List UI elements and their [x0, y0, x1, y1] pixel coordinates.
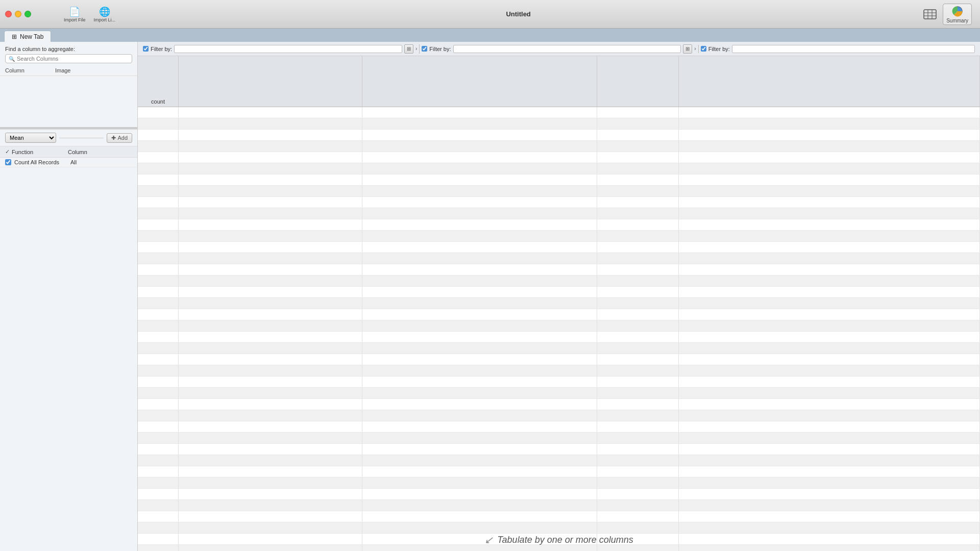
- search-box: 🔍: [5, 54, 132, 63]
- table-cell: [362, 186, 597, 196]
- toolbar-left: 📄 Import File 🌐 Import Li...: [31, 5, 117, 23]
- table-row: [138, 264, 980, 276]
- table-cell: [179, 163, 362, 174]
- table-row: [138, 433, 980, 444]
- table-cell: [597, 421, 679, 432]
- filter-1-arrow[interactable]: ›: [415, 46, 417, 52]
- table-cell: [597, 478, 679, 488]
- table-cell: [179, 354, 362, 365]
- table-cell: [679, 332, 980, 342]
- table-cell: [179, 365, 362, 376]
- filter-section-3: Filter by:: [698, 45, 977, 53]
- tab-new[interactable]: ⊞ New Tab: [4, 31, 51, 42]
- add-aggregate-button[interactable]: ✚ Add: [107, 133, 132, 143]
- table-cell: [362, 489, 597, 499]
- toolbar-right: Summary: [919, 4, 980, 25]
- table-cell: [679, 343, 980, 354]
- table-cell: [138, 410, 179, 421]
- table-cell: [597, 320, 679, 331]
- table-cell: [597, 141, 679, 152]
- table-row: [138, 186, 980, 197]
- add-label: Add: [117, 135, 128, 141]
- filter-1-label: Filter by:: [151, 46, 172, 52]
- summary-button[interactable]: Summary: [943, 4, 972, 25]
- search-columns-input[interactable]: [17, 56, 129, 62]
- import-file-button[interactable]: 📄 Import File: [62, 5, 88, 23]
- filter-1-checkbox[interactable]: [143, 46, 149, 52]
- table-row: [138, 365, 980, 377]
- table-cell: [138, 388, 179, 398]
- table-row: [138, 388, 980, 399]
- table-cell: [362, 354, 597, 365]
- table-cell: [179, 421, 362, 432]
- table-cell: [362, 242, 597, 253]
- table-cell: [138, 141, 179, 152]
- filter-1-btn[interactable]: ⊞: [404, 44, 413, 54]
- maximize-button[interactable]: [24, 11, 31, 17]
- table-cell: [362, 388, 597, 398]
- table-cell: [138, 332, 179, 342]
- table-cell: [597, 399, 679, 410]
- table-area: count: [138, 56, 980, 551]
- mean-select[interactable]: Mean Sum Min Max Count StdDev: [5, 133, 56, 143]
- table-view-icon: [922, 8, 938, 20]
- table-cell: [362, 107, 597, 118]
- filter-1-input[interactable]: [174, 45, 402, 53]
- find-column-section: Find a column to aggregate: 🔍: [0, 42, 137, 65]
- table-cell: [138, 287, 179, 297]
- table-cell: [138, 264, 179, 275]
- table-cell: [679, 186, 980, 196]
- titlebar-center: Untitled: [117, 10, 919, 18]
- filter-2-arrow[interactable]: ›: [694, 46, 696, 52]
- table-cell: [179, 298, 362, 309]
- table-cell: [679, 309, 980, 320]
- table-cell: [179, 231, 362, 241]
- table-cell: [179, 399, 362, 410]
- table-cell: [679, 118, 980, 129]
- bottom-hint: ↙ Tabulate by one or more columns: [138, 534, 980, 546]
- table-rows: [138, 107, 980, 551]
- table-row: [138, 489, 980, 500]
- table-cell: [597, 455, 679, 466]
- table-cell: [597, 388, 679, 398]
- table-cell: [679, 276, 980, 286]
- table-cell: [362, 444, 597, 455]
- table-cell: [679, 264, 980, 275]
- table-cell: [597, 466, 679, 477]
- count-all-column-label: All: [70, 159, 77, 165]
- import-link-button[interactable]: 🌐 Import Li...: [92, 5, 118, 23]
- count-all-checkbox[interactable]: [5, 159, 11, 165]
- filter-2-checkbox[interactable]: [422, 46, 427, 52]
- table-cell: [138, 478, 179, 488]
- table-cell: [179, 186, 362, 196]
- import-file-label: Import File: [64, 17, 86, 22]
- table-cell: [679, 388, 980, 398]
- table-cell: [138, 130, 179, 140]
- close-button[interactable]: [5, 11, 12, 17]
- table-cell: [362, 253, 597, 264]
- filter-3-checkbox[interactable]: [701, 46, 706, 52]
- add-icon: ✚: [111, 135, 116, 141]
- filter-2-input[interactable]: [453, 45, 681, 53]
- table-cell: [138, 511, 179, 522]
- window-controls: [0, 11, 31, 17]
- table-cell: [362, 320, 597, 331]
- table-cell: [597, 276, 679, 286]
- column-header-func-label: Column: [68, 149, 87, 155]
- table-cell: [679, 522, 980, 533]
- table-row: [138, 152, 980, 163]
- table-row: [138, 511, 980, 522]
- table-cell: [597, 174, 679, 185]
- filter-2-btn[interactable]: ⊞: [683, 44, 692, 54]
- table-row: [138, 276, 980, 287]
- table-row: [138, 242, 980, 253]
- table-cell: [179, 287, 362, 297]
- table-view-button[interactable]: [919, 7, 941, 21]
- table-cell: [138, 253, 179, 264]
- table-cell: [179, 197, 362, 208]
- filter-3-input[interactable]: [732, 45, 975, 53]
- minimize-button[interactable]: [15, 11, 21, 17]
- table-cell: [679, 231, 980, 241]
- table-cell: [679, 197, 980, 208]
- tabbar: ⊞ New Tab: [0, 29, 980, 42]
